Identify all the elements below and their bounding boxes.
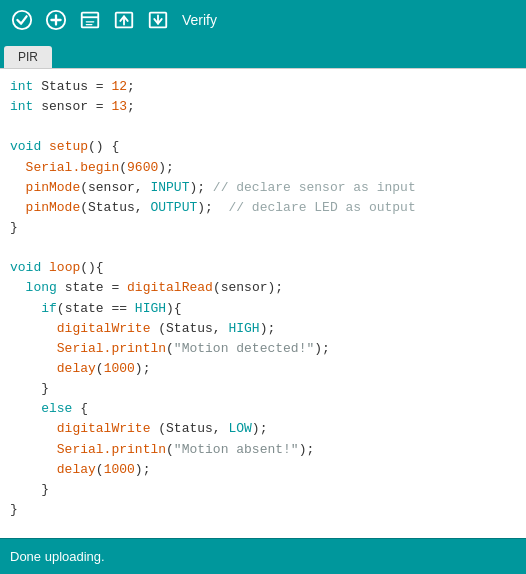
serial-monitor-icon[interactable] (144, 6, 172, 34)
status-text: Done uploading. (10, 549, 105, 564)
code-content: int Status = 12; int sensor = 13; void s… (10, 77, 516, 520)
verify-icon[interactable] (8, 6, 36, 34)
status-bar: Done uploading. (0, 538, 526, 574)
svg-point-0 (13, 11, 31, 29)
open-icon[interactable] (76, 6, 104, 34)
verify-label: Verify (182, 12, 217, 28)
tab-bar: PIR (0, 40, 526, 68)
toolbar: Verify (0, 0, 526, 40)
upload-icon[interactable] (110, 6, 138, 34)
tab-pir[interactable]: PIR (4, 46, 52, 68)
code-editor[interactable]: int Status = 12; int sensor = 13; void s… (0, 68, 526, 538)
new-icon[interactable] (42, 6, 70, 34)
